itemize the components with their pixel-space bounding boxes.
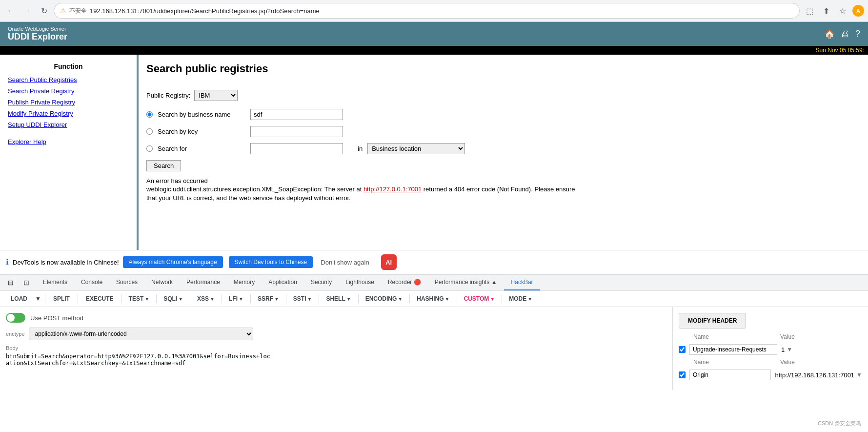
devtools-icon-2[interactable]: ⊡ — [20, 276, 33, 289]
app-header: Oracle WebLogic Server UDDI Explorer 🏠 🖨… — [0, 22, 868, 46]
hackbar-hashing-btn[interactable]: HASHING ▼ — [413, 294, 453, 304]
forward-button[interactable]: → — [20, 4, 34, 18]
not-secure-label: 不安全 — [69, 7, 87, 15]
header-checkbox-1[interactable] — [679, 346, 686, 353]
header-value-col-label: Value — [780, 333, 862, 340]
header-checkbox-2[interactable] — [679, 371, 686, 378]
share-icon[interactable]: ⬆ — [819, 4, 833, 18]
search-key-input[interactable] — [250, 126, 343, 137]
tab-recorder[interactable]: Recorder 🔴 — [381, 275, 428, 290]
hackbar-split-btn[interactable]: SPLIT — [48, 294, 75, 304]
registry-select[interactable]: IBM Microsoft NTT SAP XMethods — [194, 90, 238, 101]
search-business-label: Search by business name — [158, 111, 245, 118]
print-icon[interactable]: 🖨 — [841, 29, 849, 40]
hackbar-ssrf-btn[interactable]: SSRF ▼ — [254, 294, 283, 304]
hackbar-lfi-btn[interactable]: LFI ▼ — [225, 294, 247, 304]
search-key-row: Search by key — [146, 126, 860, 137]
hackbar-shell-btn[interactable]: SHELL ▼ — [322, 294, 355, 304]
search-button-row: Search — [146, 160, 860, 171]
dont-show-button[interactable]: Don't show again — [317, 257, 373, 268]
hackbar-sqli-btn[interactable]: SQLI ▼ — [160, 294, 187, 304]
tab-lighthouse[interactable]: Lighthouse — [339, 275, 381, 290]
hackbar-test-btn[interactable]: TEST ▼ — [125, 294, 154, 304]
search-key-label: Search by key — [158, 128, 245, 135]
match-language-button[interactable]: Always match Chrome's language — [123, 256, 223, 268]
profile-icon[interactable]: A — [852, 5, 864, 17]
datetime-text: Sun Nov 05 05:59: — [816, 47, 864, 54]
home-icon[interactable]: 🏠 — [824, 29, 835, 40]
main-content: Function Search Public Registries Search… — [0, 55, 868, 250]
tab-sources[interactable]: Sources — [109, 275, 144, 290]
browser-chrome: ← → ↻ ⚠ 不安全 192.168.126.131:7001/uddiexp… — [0, 0, 868, 22]
error-link[interactable]: http://127.0.0.1:7001 — [363, 185, 422, 193]
sidebar-item-setup[interactable]: Setup UDDI Explorer — [8, 121, 129, 128]
sidebar-item-search-private[interactable]: Search Private Registry — [8, 87, 129, 95]
hackbar-mode-btn[interactable]: MODE ▼ — [505, 294, 536, 304]
sidebar-item-publish-private[interactable]: Publish Private Registry — [8, 99, 129, 106]
hackbar-execute-btn[interactable]: EXECUTE — [81, 294, 119, 304]
search-button[interactable]: Search — [146, 160, 181, 171]
separator-12 — [457, 294, 457, 303]
ai-badge[interactable]: AI — [381, 254, 397, 270]
explorer-help-link[interactable]: Explorer Help — [8, 138, 129, 145]
tab-elements[interactable]: Elements — [36, 275, 74, 290]
body-content: btnSubmit=Search&operator=http%3A%2F%2F1… — [6, 353, 666, 367]
sidebar-item-search-public[interactable]: Search Public Registries — [8, 76, 129, 83]
tab-performance-insights[interactable]: Performance insights ▲ — [428, 275, 504, 290]
hackbar-load-btn[interactable]: LOAD — [6, 294, 32, 304]
app-title: UDDI Explorer — [8, 32, 67, 42]
cast-icon[interactable]: ⬚ — [803, 4, 816, 18]
search-for-label: Search for — [158, 145, 245, 152]
hackbar-right-panel: MODIFY HEADER Name Value 1 ▼ Name Valu — [673, 307, 868, 390]
server-name: Oracle WebLogic Server — [8, 26, 67, 32]
error-area: An error has occurred weblogic.uddi.clie… — [146, 177, 860, 202]
hackbar-encoding-btn[interactable]: ENCODING ▼ — [362, 294, 407, 304]
help-icon[interactable]: ? — [855, 29, 860, 40]
tab-hackbar[interactable]: HackBar — [504, 275, 540, 290]
tab-security[interactable]: Security — [304, 275, 339, 290]
separator-8 — [286, 294, 286, 303]
header-name-input-1[interactable] — [689, 344, 777, 355]
header-value-arrow-2[interactable]: ▼ — [856, 371, 862, 378]
header-value-arrow-1[interactable]: ▼ — [787, 346, 792, 353]
tab-console[interactable]: Console — [74, 275, 109, 290]
search-for-radio[interactable] — [146, 145, 153, 152]
devtools-notify-text: DevTools is now available in Chinese! — [13, 259, 119, 266]
header-value-col-label-2: Value — [780, 359, 862, 366]
security-warning-icon: ⚠ — [60, 7, 66, 15]
devtools-notify-bar: ℹ DevTools is now available in Chinese! … — [0, 250, 868, 274]
search-for-input[interactable] — [250, 143, 343, 154]
tab-application[interactable]: Application — [262, 275, 304, 290]
devtools-tabs: ⊟ ⊡ Elements Console Sources Network Per… — [0, 275, 868, 291]
reload-button[interactable]: ↻ — [37, 4, 51, 18]
sidebar-item-modify-private[interactable]: Modify Private Registry — [8, 110, 129, 117]
header-name-input-2[interactable] — [689, 370, 771, 380]
back-button[interactable]: ← — [4, 4, 18, 18]
hackbar-xss-btn[interactable]: XSS ▼ — [193, 294, 219, 304]
url-text[interactable]: 192.168.126.131:7001/uddiexplorer/Search… — [90, 7, 793, 15]
switch-chinese-button[interactable]: Switch DevTools to Chinese — [229, 256, 313, 268]
header-icons: 🏠 🖨 ? — [824, 29, 860, 40]
search-key-radio[interactable] — [146, 128, 153, 135]
error-line3: that your URL is correct, and the web se… — [146, 194, 860, 202]
search-business-radio[interactable] — [146, 111, 153, 118]
devtools-icon-1[interactable]: ⊟ — [4, 276, 18, 289]
tab-memory[interactable]: Memory — [227, 275, 262, 290]
tab-network[interactable]: Network — [144, 275, 180, 290]
separator-7 — [250, 294, 251, 303]
toggle-switch[interactable] — [6, 313, 25, 323]
location-select[interactable]: Business location Service location Categ… — [367, 143, 465, 154]
search-form: Public Registry: IBM Microsoft NTT SAP X… — [146, 85, 860, 206]
address-bar: ⚠ 不安全 192.168.126.131:7001/uddiexplorer/… — [54, 3, 800, 19]
public-registry-row: Public Registry: IBM Microsoft NTT SAP X… — [146, 90, 860, 101]
body-text-normal: btnSubmit=Search&operator= — [6, 353, 98, 360]
hackbar-custom-btn[interactable]: CUSTOM ▼ — [460, 294, 499, 304]
public-registry-label: Public Registry: — [146, 92, 190, 99]
modify-header-button[interactable]: MODIFY HEADER — [679, 313, 746, 329]
hackbar-load-dropdown[interactable]: ▼ — [34, 294, 42, 304]
tab-performance[interactable]: Performance — [180, 275, 227, 290]
hackbar-ssti-btn[interactable]: SSTI ▼ — [289, 294, 316, 304]
enctype-select[interactable]: application/x-www-form-urlencoded multip… — [29, 328, 253, 340]
business-name-input[interactable] — [250, 109, 343, 120]
bookmark-icon[interactable]: ☆ — [836, 4, 849, 18]
